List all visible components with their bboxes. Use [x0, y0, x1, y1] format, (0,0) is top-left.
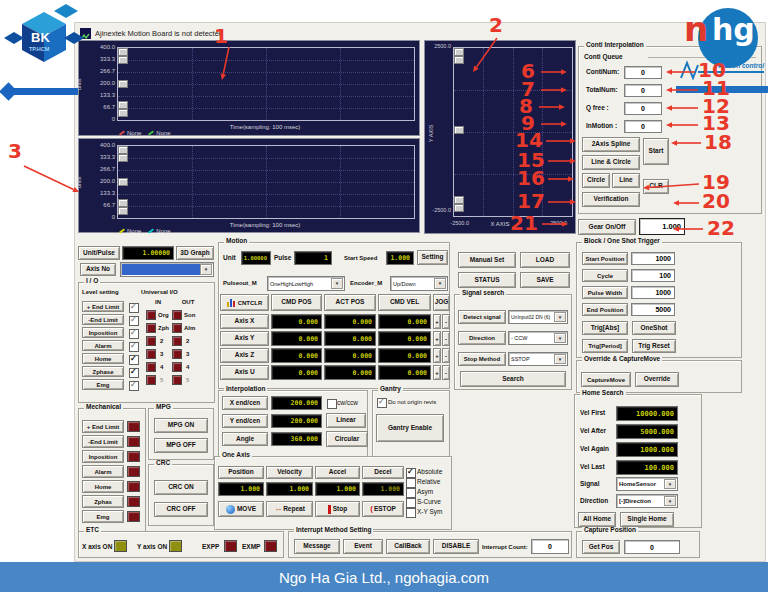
annotation-number: 16: [517, 168, 545, 188]
annotation-number: 21: [510, 213, 538, 233]
annotation-number: 2: [489, 15, 503, 35]
annotation-number: 22: [707, 218, 735, 238]
annotation-number: 17: [517, 191, 545, 211]
annotation-number: 1: [214, 26, 228, 46]
annotation-number: 20: [702, 191, 730, 211]
annotation-arrows: [0, 0, 768, 594]
annotation-number: 3: [8, 141, 22, 161]
annotation-number: 18: [704, 132, 732, 152]
annotation-number: 14: [515, 130, 543, 150]
